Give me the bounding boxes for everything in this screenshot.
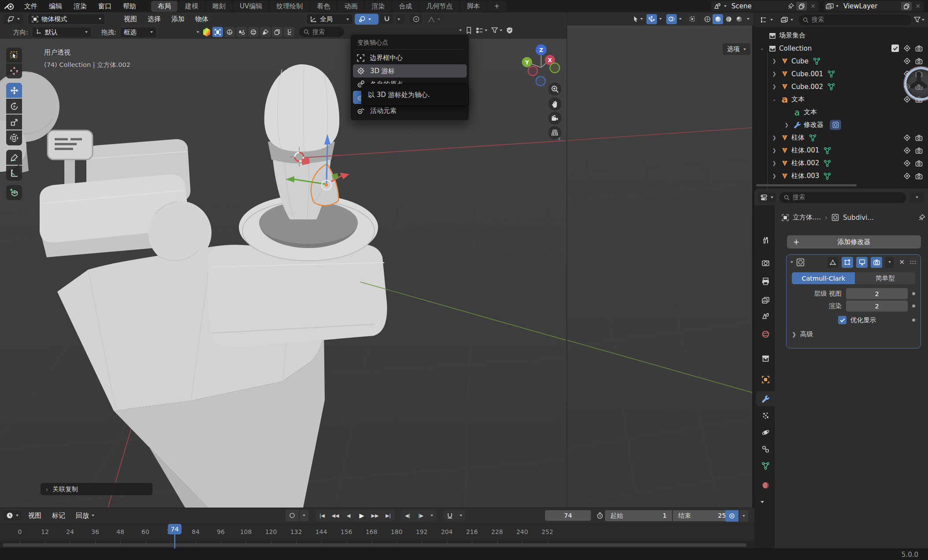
tool-move[interactable]	[6, 83, 22, 98]
options-dropdown[interactable]: 选项	[723, 43, 750, 55]
outliner-search-input[interactable]: 搜索	[798, 15, 911, 25]
add-workspace-button[interactable]: +	[487, 1, 506, 11]
optimal-display-checkbox[interactable]	[838, 316, 846, 324]
animate-dot[interactable]	[912, 304, 915, 308]
mesh-pedestal[interactable]	[208, 244, 387, 347]
workspace-tab-着色[interactable]: 着色	[310, 1, 337, 12]
timeline-menu-0[interactable]: 视图	[23, 512, 47, 520]
outliner-row-3[interactable]: ❯Cube.001	[754, 67, 928, 80]
transport-jump-to-start-button[interactable]: |◀	[316, 510, 329, 521]
properties-tab-constraints[interactable]	[756, 441, 775, 456]
tool-measure[interactable]	[6, 166, 22, 181]
disable-in-viewport-icon[interactable]	[903, 147, 911, 154]
keying-options-chevron[interactable]	[300, 510, 308, 521]
outliner-row-1[interactable]: ⌄Collection	[754, 42, 928, 55]
outliner-item-label[interactable]: 场景集合	[779, 31, 806, 40]
properties-tab-material[interactable]	[756, 478, 775, 493]
blender-logo-icon[interactable]	[4, 3, 15, 10]
viewport-menu-3[interactable]: 物体	[190, 15, 214, 23]
stopwatch-icon[interactable]	[594, 512, 605, 519]
levels-viewport-field[interactable]: 2	[846, 288, 908, 299]
workspace-tab-布局[interactable]: 布局	[151, 1, 178, 12]
collection-checkbox[interactable]	[891, 45, 899, 52]
outliner-expand-arrow[interactable]: ⌄	[771, 96, 777, 102]
outliner-row-0[interactable]: 场景集合	[754, 29, 928, 42]
tool-icon-pages[interactable]	[272, 27, 282, 37]
disable-in-render-icon[interactable]	[915, 135, 923, 141]
properties-tab-tool[interactable]	[756, 233, 775, 248]
pivot-menu-item-4[interactable]: 活动元素	[353, 104, 467, 117]
sidebar-toggle-arrow[interactable]: ‹	[558, 134, 561, 143]
disable-in-viewport-icon[interactable]	[903, 58, 911, 64]
animate-dot[interactable]	[912, 292, 915, 295]
animate-dot[interactable]	[912, 319, 915, 322]
disable-in-viewport-icon[interactable]	[903, 173, 911, 179]
scene-icon[interactable]	[713, 3, 722, 10]
outliner-expand-arrow[interactable]: ❯	[771, 84, 777, 89]
properties-tab-modifiers[interactable]	[756, 391, 775, 406]
viewport-3d-secondary[interactable]: 选项	[567, 26, 752, 508]
show-gizmo-toggle[interactable]	[646, 14, 657, 24]
drag-handle-icon[interactable]	[909, 260, 917, 264]
outliner-expand-arrow[interactable]: ❯	[771, 135, 777, 141]
outliner-row-11[interactable]: ❯柱体.003	[754, 170, 928, 182]
selectability-dropdown[interactable]	[633, 16, 643, 22]
outliner-row-6[interactable]: a文本	[754, 106, 928, 119]
outliner-item-label[interactable]: Collection	[779, 45, 812, 52]
disable-in-render-icon[interactable]	[915, 45, 923, 52]
outliner-row-2[interactable]: ❯Cube	[754, 55, 928, 67]
tool-icon-sphere[interactable]	[224, 27, 235, 37]
outliner-display-mode-dropdown[interactable]	[758, 15, 776, 25]
collapse-chevron[interactable]	[197, 31, 199, 33]
drag-dropdown[interactable]: 框选	[120, 27, 157, 38]
properties-editor-type-button[interactable]	[758, 192, 776, 203]
timeline-menu-2[interactable]: 回放	[71, 512, 100, 520]
outliner-item-label[interactable]: Cube.001	[791, 70, 823, 78]
disable-in-render-icon[interactable]	[915, 58, 923, 64]
modifier-realtime-toggle[interactable]	[856, 257, 868, 268]
outliner-hscrollbar[interactable]	[756, 184, 857, 186]
viewport-menu-2[interactable]: 添加	[166, 15, 190, 23]
outliner-item-label[interactable]: Cube	[791, 57, 809, 65]
editor-type-button[interactable]	[4, 14, 23, 24]
xray-toggle[interactable]	[687, 14, 698, 24]
catmull-clark-button[interactable]: Catmull-Clark	[792, 272, 855, 284]
outliner-row-9[interactable]: ❯柱体.001	[754, 144, 928, 157]
keying-set-button[interactable]	[725, 510, 739, 522]
mode-dropdown[interactable]: 物体模式	[28, 14, 105, 25]
viewlayer-browse-chevron[interactable]	[836, 5, 839, 7]
keying-set-chevron[interactable]	[739, 510, 748, 522]
advanced-subpanel[interactable]: ❯ 高级	[792, 330, 915, 338]
zoom-button[interactable]	[548, 82, 561, 96]
step-options-chevron[interactable]	[427, 510, 436, 521]
camera-view-button[interactable]	[548, 111, 561, 125]
viewlayer-name[interactable]: ViewLayer	[841, 2, 899, 10]
outliner-row-8[interactable]: ❯柱体	[754, 131, 928, 144]
transport-play-button[interactable]: ▶	[355, 510, 368, 521]
playhead-badge[interactable]: 74	[168, 524, 182, 534]
proportional-editing-toggle[interactable]	[409, 14, 423, 24]
modifier-delete-button[interactable]: ✕	[899, 258, 905, 266]
workspace-tab-合成[interactable]: 合成	[392, 1, 419, 12]
tool-add-primitive[interactable]	[6, 185, 22, 200]
tool-icon-hook[interactable]	[284, 27, 294, 37]
transport-play-reverse-button[interactable]: ◀	[342, 510, 355, 521]
outliner-row-7[interactable]: ❯修改器	[754, 119, 928, 131]
transport-jump-prev-keyframe-button[interactable]: ◀◀	[329, 510, 342, 521]
topbar-menu-0[interactable]: 文件	[19, 2, 43, 11]
modifier-extras-dropdown[interactable]	[885, 257, 894, 268]
timeline-hscrollbar[interactable]	[3, 543, 746, 547]
properties-tab-collection[interactable]	[756, 351, 775, 366]
properties-tab-world[interactable]	[756, 326, 775, 341]
topbar-menu-2[interactable]: 渲染	[68, 2, 93, 11]
properties-tab-physics[interactable]	[756, 425, 775, 440]
gem-color-icon[interactable]	[202, 27, 211, 37]
outliner-item-label[interactable]: 文本	[791, 95, 805, 104]
tool-annotate[interactable]	[6, 150, 22, 165]
outliner-row-5[interactable]: ⌄a文本	[754, 93, 928, 106]
outliner-item-label[interactable]: 柱体.001	[791, 146, 819, 155]
new-viewlayer-button[interactable]	[901, 2, 912, 11]
workspace-tab-纹理绘制[interactable]: 纹理绘制	[270, 1, 309, 12]
breadcrumb-modifier[interactable]: Subdivi...	[843, 214, 915, 222]
disable-in-viewport-icon[interactable]	[903, 45, 911, 52]
